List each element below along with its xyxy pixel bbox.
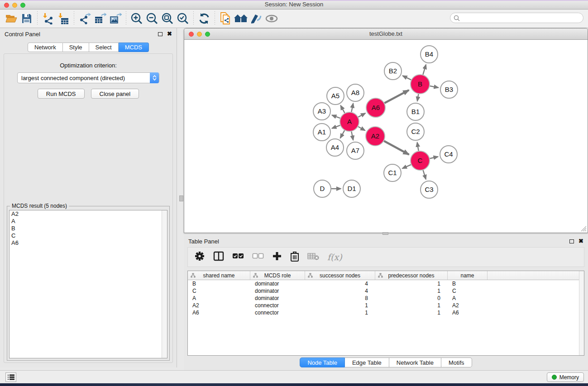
node-C3[interactable]: C3 bbox=[421, 181, 438, 198]
close-panel-button[interactable]: Close panel bbox=[91, 89, 139, 99]
minimize-window-button[interactable] bbox=[12, 3, 17, 8]
result-item[interactable]: B bbox=[10, 225, 167, 232]
node-B3[interactable]: B3 bbox=[440, 81, 458, 98]
tab-style[interactable]: Style bbox=[63, 43, 89, 52]
tab-edge-table[interactable]: Edge Table bbox=[345, 357, 389, 367]
splitter-handle[interactable] bbox=[179, 195, 183, 201]
column-header-shared-name[interactable]: shared name bbox=[188, 271, 250, 280]
tab-network[interactable]: Network bbox=[28, 43, 63, 52]
import-table-icon[interactable] bbox=[56, 11, 71, 26]
close-table-panel-icon[interactable]: ✖ bbox=[578, 239, 583, 243]
refresh-icon[interactable] bbox=[196, 11, 212, 26]
table-scrollbar[interactable] bbox=[579, 271, 584, 355]
splitter-handle[interactable] bbox=[382, 232, 388, 235]
table-settings-icon[interactable] bbox=[194, 251, 205, 263]
edge-B-B1[interactable] bbox=[417, 94, 419, 101]
edge-A-A2[interactable] bbox=[358, 127, 365, 131]
edge-A-A7[interactable] bbox=[351, 132, 353, 140]
result-item[interactable]: C bbox=[10, 232, 167, 239]
result-item[interactable]: A bbox=[10, 218, 167, 225]
mcds-result-list[interactable]: A2ABCA6 bbox=[9, 210, 167, 358]
edge-A-A4[interactable] bbox=[340, 130, 344, 138]
node-B[interactable]: B bbox=[411, 75, 430, 94]
export-image-icon[interactable] bbox=[108, 11, 123, 26]
node-table[interactable]: shared nameMCDS rolesuccessor nodesprede… bbox=[187, 271, 584, 356]
node-D[interactable]: D bbox=[314, 180, 331, 197]
close-window-button[interactable] bbox=[4, 3, 9, 8]
edge-C-C3[interactable] bbox=[423, 170, 426, 179]
node-C4[interactable]: C4 bbox=[440, 146, 457, 163]
memory-button[interactable]: Memory bbox=[547, 372, 584, 382]
export-network-icon[interactable] bbox=[77, 11, 92, 26]
tab-motifs[interactable]: Motifs bbox=[441, 357, 472, 367]
add-column-icon[interactable] bbox=[272, 251, 282, 263]
column-view-icon[interactable] bbox=[213, 251, 224, 263]
node-A2[interactable]: A2 bbox=[366, 127, 385, 146]
node-C[interactable]: C bbox=[411, 151, 430, 170]
column-header-name[interactable]: name bbox=[448, 271, 488, 280]
node-D1[interactable]: D1 bbox=[343, 180, 360, 197]
run-mcds-button[interactable]: Run MCDS bbox=[38, 89, 85, 99]
close-network-button[interactable] bbox=[189, 32, 194, 37]
minimize-network-button[interactable] bbox=[197, 32, 202, 37]
column-header-mcds-role[interactable]: MCDS role bbox=[250, 271, 305, 280]
graphics-details-icon[interactable] bbox=[249, 11, 264, 26]
resize-grip-icon[interactable] bbox=[581, 226, 587, 232]
edge-A6-B[interactable] bbox=[384, 90, 409, 103]
delete-table-icon[interactable] bbox=[307, 252, 319, 262]
zoom-selected-icon[interactable] bbox=[175, 11, 191, 26]
close-panel-icon[interactable]: ✖ bbox=[167, 32, 172, 36]
result-item[interactable]: A2 bbox=[10, 210, 167, 218]
function-builder-icon[interactable]: f(x) bbox=[327, 252, 342, 262]
zoom-fit-icon[interactable] bbox=[160, 11, 175, 26]
search-input[interactable] bbox=[450, 13, 583, 23]
zoom-in-icon[interactable] bbox=[129, 11, 144, 26]
float-panel-icon[interactable] bbox=[158, 32, 163, 36]
edge-A-A8[interactable] bbox=[351, 104, 353, 112]
save-session-icon[interactable] bbox=[19, 11, 34, 26]
tab-select[interactable]: Select bbox=[89, 43, 119, 52]
home-layout-icon[interactable] bbox=[233, 11, 249, 26]
edge-C-C2[interactable] bbox=[417, 143, 419, 151]
edge-B-B2[interactable] bbox=[403, 76, 411, 80]
edge-C-C1[interactable] bbox=[402, 165, 411, 168]
node-B1[interactable]: B1 bbox=[407, 103, 424, 120]
node-C1[interactable]: C1 bbox=[384, 164, 401, 181]
tab-mcds[interactable]: MCDS bbox=[119, 43, 149, 52]
import-network-icon[interactable] bbox=[40, 11, 56, 26]
zoom-window-button[interactable] bbox=[20, 3, 25, 8]
deselect-all-icon[interactable] bbox=[252, 253, 264, 261]
edge-B-B3[interactable] bbox=[430, 86, 439, 88]
panel-list-button[interactable] bbox=[5, 372, 16, 382]
zoom-network-button[interactable] bbox=[205, 32, 210, 37]
node-A6[interactable]: A6 bbox=[366, 98, 385, 117]
edge-A2-C[interactable] bbox=[384, 141, 409, 155]
column-header-successor-nodes[interactable]: successor nodes bbox=[305, 271, 375, 280]
node-B4[interactable]: B4 bbox=[421, 46, 438, 63]
select-all-icon[interactable] bbox=[232, 253, 244, 261]
node-A8[interactable]: A8 bbox=[347, 84, 364, 101]
node-A7[interactable]: A7 bbox=[347, 142, 364, 159]
node-A[interactable]: A bbox=[340, 112, 359, 131]
show-hide-icon[interactable] bbox=[264, 11, 279, 26]
node-B2[interactable]: B2 bbox=[384, 62, 402, 80]
edge-A-A1[interactable] bbox=[332, 125, 340, 129]
result-scrollbar[interactable] bbox=[162, 210, 167, 358]
duplicate-network-icon[interactable] bbox=[218, 11, 233, 26]
edge-A-A6[interactable] bbox=[358, 113, 365, 117]
criterion-select[interactable]: largest connected component (directed) bbox=[17, 72, 159, 83]
node-A4[interactable]: A4 bbox=[326, 139, 344, 156]
tab-network-table[interactable]: Network Table bbox=[389, 357, 441, 367]
node-C2[interactable]: C2 bbox=[407, 123, 424, 140]
edge-A-A3[interactable] bbox=[332, 115, 340, 118]
open-session-icon[interactable] bbox=[4, 11, 19, 26]
table-row[interactable]: A2connector11A2 bbox=[188, 302, 584, 309]
edge-A-A5[interactable] bbox=[340, 105, 344, 113]
table-row[interactable]: Cdominator41C bbox=[188, 287, 584, 295]
node-A5[interactable]: A5 bbox=[327, 87, 344, 105]
export-table-icon[interactable] bbox=[92, 11, 108, 26]
delete-column-icon[interactable] bbox=[290, 251, 299, 263]
edge-C-C4[interactable] bbox=[430, 157, 438, 158]
node-A3[interactable]: A3 bbox=[313, 103, 330, 120]
network-window-titlebar[interactable]: testGlobe.txt bbox=[184, 29, 588, 40]
